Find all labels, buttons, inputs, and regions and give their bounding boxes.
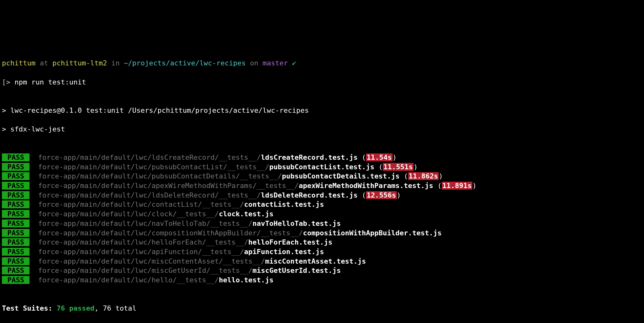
prompt-on: on [246,59,262,67]
test-dir: force-app/main/default/lwc/miscContentAs… [38,257,265,265]
prompt-line: pchittum at pchittum-ltm2 in ~/projects/… [2,58,642,68]
pass-badge: PASS [2,238,30,246]
test-time-close: ) [414,163,418,171]
prompt-at: at [36,59,52,67]
test-time-close: ) [439,172,443,180]
test-line: PASS force-app/main/default/lwc/clock/__… [2,209,642,219]
prompt-cwd: ~/projects/active/lwc-recipes [124,59,246,67]
test-dir: force-app/main/default/lwc/clock/__tests… [38,210,219,218]
pass-badge: PASS [2,276,30,284]
npm-script-line: > sfdx-lwc-jest [2,124,642,134]
test-line: PASS force-app/main/default/lwc/navToHel… [2,219,642,228]
npm-script-line: > lwc-recipes@0.1.0 test:unit /Users/pch… [2,106,642,115]
prompt-branch: master [262,59,288,67]
test-dir: force-app/main/default/lwc/miscGetUserId… [38,266,253,274]
command-line[interactable]: [> npm run test:unit [2,77,642,87]
pass-badge: PASS [2,229,30,237]
test-file: pubsubContactDetails.test.js [282,172,400,180]
test-file: clock.test.js [219,210,274,218]
test-time-close: ) [472,182,476,190]
pass-badge: PASS [2,172,30,180]
test-dir: force-app/main/default/lwc/compositionWi… [38,229,303,237]
pass-badge: PASS [2,163,30,171]
test-time: 12.556s [366,191,397,199]
test-file: ldsCreateRecord.test.js [261,153,358,161]
test-file: ldsDeleteRecord.test.js [261,191,358,199]
test-line: PASS force-app/main/default/lwc/pubsubCo… [2,162,642,172]
test-file: hello.test.js [219,276,274,284]
test-time-close: ) [397,191,401,199]
test-time-close: ) [393,153,397,161]
test-line: PASS force-app/main/default/lwc/apiFunct… [2,247,642,257]
pass-badge: PASS [2,210,30,218]
pass-badge: PASS [2,191,30,199]
prompt-in: in [107,59,124,67]
test-file: miscContentAsset.test.js [265,257,366,265]
test-file: apexWireMethodWithParams.test.js [299,182,433,190]
pass-badge: PASS [2,248,30,256]
test-dir: force-app/main/default/lwc/apexWireMetho… [38,182,299,190]
test-file: apiFunction.test.js [244,248,324,256]
summary-suites: Test Suites: 76 passed, 76 total [2,304,642,313]
test-line: PASS force-app/main/default/lwc/composit… [2,228,642,238]
test-line: PASS force-app/main/default/lwc/contactL… [2,200,642,209]
test-file: compositionWithAppBuilder.test.js [303,229,442,237]
test-time-open: ( [375,163,383,171]
command-text: npm run test:unit [15,78,86,86]
test-dir: force-app/main/default/lwc/contactList/_… [38,200,244,208]
test-dir: force-app/main/default/lwc/apiFunction/_… [38,248,244,256]
pass-badge: PASS [2,153,30,161]
test-time-open: ( [400,172,408,180]
test-line: PASS force-app/main/default/lwc/ldsDelet… [2,191,642,200]
test-time-open: ( [433,182,442,190]
test-line: PASS force-app/main/default/lwc/ldsCreat… [2,153,642,162]
test-file: pubsubContactList.test.js [269,163,374,171]
prompt-check-icon: ✔ [288,59,296,67]
test-dir: force-app/main/default/lwc/helloForEach/… [38,238,248,246]
test-line: PASS force-app/main/default/lwc/miscCont… [2,257,642,266]
summary-total: , 76 total [94,304,136,312]
test-dir: force-app/main/default/lwc/pubsubContact… [38,172,282,180]
test-dir: force-app/main/default/lwc/navToHelloTab… [38,219,253,227]
pass-badge: PASS [2,219,30,227]
terminal: { "prompt": { "user": "pchittum", "at": … [0,19,644,323]
test-line: PASS force-app/main/default/lwc/miscGetU… [2,266,642,275]
test-dir: force-app/main/default/lwc/pubsubContact… [38,163,269,171]
test-time: 11.54s [366,153,392,161]
test-time-open: ( [358,191,366,199]
test-dir: force-app/main/default/lwc/hello/__tests… [38,276,219,284]
test-line: PASS force-app/main/default/lwc/pubsubCo… [2,172,642,181]
test-line: PASS force-app/main/default/lwc/helloFor… [2,238,642,247]
test-file: contactList.test.js [244,200,324,208]
prompt-user: pchittum [2,59,36,67]
test-time-open: ( [358,153,366,161]
test-dir: force-app/main/default/lwc/ldsDeleteReco… [38,191,261,199]
test-results: PASS force-app/main/default/lwc/ldsCreat… [2,153,642,285]
test-file: miscGetUserId.test.js [253,266,341,274]
test-dir: force-app/main/default/lwc/ldsCreateReco… [38,153,261,161]
test-line: PASS force-app/main/default/lwc/apexWire… [2,181,642,191]
test-time: 11.891s [442,182,473,190]
pass-badge: PASS [2,200,30,208]
prompt-caret: [> [2,78,15,86]
prompt-host: pchittum-ltm2 [52,59,107,67]
summary-label: Test Suites: [2,304,56,312]
pass-badge: PASS [2,266,30,274]
pass-badge: PASS [2,182,30,190]
test-time: 11.862s [408,172,439,180]
pass-badge: PASS [2,257,30,265]
test-line: PASS force-app/main/default/lwc/hello/__… [2,275,642,285]
test-file: navToHelloTab.test.js [253,219,341,227]
test-time: 11.551s [383,163,414,171]
summary-passed: 76 passed [56,304,94,312]
test-file: helloForEach.test.js [248,238,332,246]
